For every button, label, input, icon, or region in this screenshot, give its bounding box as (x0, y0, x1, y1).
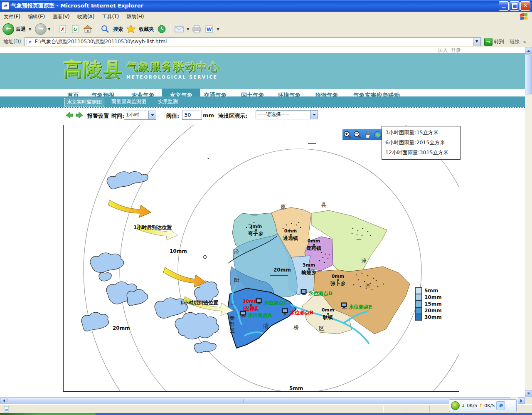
neighbor-char: 泾 (234, 248, 239, 256)
horizontal-scrollbar[interactable] (0, 397, 525, 404)
links-label[interactable]: 链接 (510, 38, 520, 45)
stop-icon[interactable]: ✗ (58, 24, 68, 34)
menu-favorites[interactable]: 收藏(A) (74, 13, 99, 20)
menu-view[interactable]: 查看(V) (49, 13, 74, 20)
map-toolbar (342, 129, 383, 140)
go-label[interactable]: 转到 (494, 38, 504, 45)
history-icon[interactable] (157, 24, 167, 34)
logo-subtitle: METEOROLOGICAL SERVICE (126, 75, 219, 79)
zoom-out-icon[interactable] (353, 131, 362, 139)
mail-dropdown-icon[interactable]: ▼ (187, 27, 189, 31)
legend-swatch (415, 314, 422, 321)
menu-edit[interactable]: 编辑(E) (24, 13, 49, 20)
menu-help[interactable]: 帮助(H) (123, 13, 148, 20)
alarm-settings-label: 报警设置 (87, 112, 109, 120)
forward-dropdown-icon[interactable]: ▼ (48, 27, 50, 31)
home-icon[interactable] (83, 24, 93, 34)
address-value[interactable]: E:\气象台\原型20110530\原型20110530\swyb-list.h… (35, 38, 167, 45)
window-title: 气象预报页面原型 - Microsoft Internet Explorer (11, 2, 143, 10)
station-D[interactable]: 水位测点D (300, 289, 332, 297)
rain-clouds (81, 172, 219, 353)
mail-icon[interactable] (174, 24, 184, 34)
threshold-input[interactable]: 30 (182, 111, 202, 120)
scroll-right-button[interactable] (518, 397, 525, 404)
zoom-in-icon[interactable] (343, 131, 352, 139)
menu-file[interactable]: 文件(F) (0, 13, 24, 20)
neighbor-char: 区 (365, 282, 371, 289)
go-arrow-icon: → (484, 38, 493, 46)
refresh-icon[interactable]: ↻ (70, 24, 80, 34)
rainfall-legend: 5mm 10mm 15mm 20mm 30mm (415, 287, 442, 321)
maximize-button[interactable] (510, 1, 520, 11)
page-content: 加入 登录 高陵县 气象服务联动中心 METEOROLOGICAL SERVIC… (0, 47, 525, 397)
back-button[interactable]: ← (2, 23, 14, 35)
svg-text:↻: ↻ (73, 27, 77, 32)
sub-nav: 水文实时监测图 雨量查询监测图 实景监测 (0, 96, 525, 107)
globe-icon[interactable] (374, 131, 382, 139)
station-C[interactable]: 水位测点C (256, 298, 287, 306)
threshold-label: 阀值: (166, 112, 179, 120)
horizontal-scroll-thumb[interactable] (7, 397, 510, 404)
select-arrow-icon[interactable] (148, 111, 156, 119)
security-tool-icon[interactable] (451, 401, 460, 410)
scroll-up-button[interactable] (525, 47, 532, 54)
contour-label-5mm: 5mm (289, 385, 303, 391)
contour-label-10mm: 10mm (170, 248, 187, 254)
vertical-scrollbar[interactable] (525, 47, 532, 397)
favorites-label[interactable]: 收藏夹 (139, 26, 154, 33)
vertical-scroll-thumb[interactable] (525, 54, 532, 94)
rainfall-3h: 3小时面雨量:15立方米 (385, 128, 460, 138)
status-page-icon: e (2, 404, 12, 414)
ie-window-icon: e (2, 2, 9, 10)
forward-button[interactable]: → (35, 23, 47, 35)
back-dropdown-icon[interactable]: ▼ (29, 27, 31, 31)
station-B[interactable]: ✗ 水位测点B (282, 308, 313, 316)
station-E[interactable]: 水位测点E (341, 302, 372, 311)
station-A[interactable]: ✓ 水位测点A (240, 311, 271, 319)
favorites-star-icon[interactable] (126, 24, 136, 34)
subnav-live-view[interactable]: 实景监测 (158, 98, 178, 105)
neighbor-char: 区 (229, 327, 235, 334)
print-icon[interactable] (192, 24, 202, 34)
user-bar: 加入 登录 (0, 47, 525, 53)
network-speed-widget[interactable]: ↓ 0K/S ↑ 0K/S e (449, 399, 517, 412)
edit-dropdown-icon[interactable]: ▼ (217, 27, 219, 31)
site-banner: 高陵县 气象服务联动中心 METEOROLOGICAL SERVICE 首页 气… (0, 53, 525, 89)
search-icon[interactable] (100, 24, 110, 34)
search-label[interactable]: 搜索 (113, 26, 123, 33)
monitor-icon (256, 298, 263, 305)
map-area[interactable]: 10mm 20mm 20mm 5mm 1小时后到达位置 1小时后到达位置 3mm… (63, 125, 459, 392)
minimize-button[interactable]: ▁ (499, 1, 509, 11)
svg-text:✗: ✗ (61, 26, 65, 32)
scroll-down-button[interactable] (525, 390, 532, 397)
neighbor-char: 桥 (293, 324, 299, 331)
area-rainfall-infobox: 3小时面雨量:15立方米 6小时面雨量:2015立方米 12小时面雨量:3015… (382, 126, 461, 160)
status-separator (406, 406, 407, 413)
back-label[interactable]: 后退 (16, 26, 26, 33)
go-button[interactable]: → 转到 (484, 38, 504, 46)
links-chevron[interactable]: » (523, 39, 526, 45)
close-button[interactable]: ✕ (520, 1, 530, 11)
prev-arrow-icon[interactable] (66, 112, 73, 120)
legend-swatch (415, 294, 422, 301)
town-tongyuan: 0mm通远镇 (278, 229, 303, 241)
status-ok-mark: ✓ (241, 314, 245, 320)
edit-icon[interactable]: W (204, 24, 214, 34)
next-arrow-icon[interactable] (76, 112, 83, 120)
flood-demo-select[interactable]: ==请选择== (256, 110, 318, 119)
menu-bar: 文件(F) 编辑(E) 查看(V) 收藏(A) 工具(T) 帮助(H) (0, 12, 532, 22)
windows-logo-icon (516, 12, 532, 22)
address-dropdown-icon[interactable]: ▼ (473, 37, 481, 46)
address-input[interactable]: e E:\气象台\原型20110530\原型20110530\swyb-list… (25, 37, 473, 46)
ie-tray-icon[interactable]: e (496, 401, 505, 410)
time-select[interactable]: 1小时 (124, 111, 156, 120)
menu-tools[interactable]: 工具(T) (98, 13, 123, 20)
scroll-left-button[interactable] (0, 397, 7, 404)
neighbor-char: 三 (252, 210, 257, 217)
pan-hand-icon[interactable] (364, 131, 372, 139)
subnav-realtime-monitor[interactable]: 水文实时监测图 (64, 98, 104, 106)
subnav-rainfall-query[interactable]: 雨量查询监测图 (111, 98, 146, 105)
town-yuchu: 3mm榆楚乡 (296, 263, 321, 275)
taskbar-edge (0, 413, 532, 415)
select-arrow-icon[interactable] (310, 111, 318, 119)
